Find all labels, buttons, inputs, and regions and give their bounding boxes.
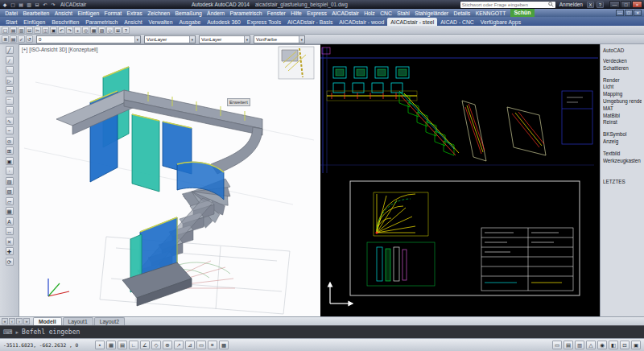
status-toggle-icon[interactable]: ▩ [219, 341, 229, 349]
status-toggle-icon[interactable]: ∟ [129, 341, 138, 349]
draw-tool-icon[interactable]: ✕ [6, 237, 14, 246]
menu-item[interactable]: KENNGOTT [473, 10, 508, 16]
ribbon-tab[interactable]: Parametrisch [82, 18, 121, 26]
panel-item[interactable]: Mapping [603, 91, 642, 98]
qat-icon[interactable]: ▤ [18, 2, 24, 8]
signin-button[interactable]: Anmelden [559, 2, 583, 7]
status-icon[interactable]: ▣ [631, 341, 641, 349]
toolbar-icon[interactable]: ? [122, 27, 130, 34]
menu-item[interactable]: Ansicht [52, 10, 76, 16]
panel-item[interactable]: Werkzeugkasten [603, 158, 642, 165]
ribbon-tab[interactable]: Start [2, 18, 20, 26]
ribbon-tab[interactable]: Verwalten [146, 18, 176, 26]
menu-item[interactable]: Bearbeiten [20, 10, 52, 16]
menu-item[interactable]: CNC [378, 10, 394, 16]
tab-nav-icon[interactable]: » [23, 318, 30, 324]
toolbar-icon[interactable]: + [74, 27, 81, 34]
layout-tab[interactable]: Layout1 [63, 317, 93, 325]
window-button[interactable]: □ [621, 1, 631, 8]
status-icon[interactable]: ▥ [575, 341, 584, 349]
toolbar-icon[interactable]: ▢ [2, 27, 9, 34]
ribbon-tab[interactable]: AICAD - CNC [437, 18, 477, 26]
draw-tool-icon[interactable]: ○ [6, 106, 14, 114]
toolbar-icon[interactable]: ▤ [10, 27, 17, 34]
status-toggle-icon[interactable]: ⊿ [185, 341, 195, 349]
exchange-apps-icon[interactable]: X [587, 2, 594, 8]
draw-tool-icon[interactable]: ⌒ [6, 97, 14, 105]
draw-tool-icon[interactable]: ✚ [6, 247, 14, 255]
doc-window-button[interactable]: × [634, 10, 642, 16]
ribbon-tab[interactable]: Ansicht [121, 18, 145, 26]
toolbar-icon[interactable]: ▥ [18, 27, 25, 34]
draw-tool-icon[interactable]: ▷ [6, 76, 14, 85]
toolbar-icon[interactable]: ◫ [42, 27, 49, 34]
status-icon[interactable]: △ [586, 341, 596, 349]
draw-tool-icon[interactable]: ╱ [6, 46, 14, 54]
menu-item[interactable]: Format [101, 10, 124, 16]
menu-item[interactable]: Stahlgeländer [412, 10, 451, 16]
status-toggle-icon[interactable]: ↗ [174, 341, 184, 349]
toolbar-icon[interactable]: ⊞ [114, 27, 122, 34]
menu-item[interactable]: Details [451, 10, 473, 16]
qat-icon[interactable]: ◆ [2, 2, 8, 8]
draw-tool-icon[interactable]: · [6, 167, 14, 175]
tab-nav-icon[interactable]: ‹ [9, 318, 15, 324]
status-icon[interactable]: ▭ [552, 341, 562, 349]
property-combo[interactable]: VonLayer▾ [199, 35, 250, 43]
layout-tab[interactable]: Modell [33, 317, 62, 325]
property-combo[interactable]: VonFarbe▾ [254, 35, 305, 43]
layer-toolbar-icon[interactable]: ≣ [2, 35, 9, 43]
menu-item[interactable]: Ändern [204, 10, 227, 16]
panel-item[interactable]: Anzeig [603, 138, 642, 146]
status-toggle-icon[interactable]: ▭ [196, 341, 206, 349]
draw-tool-icon[interactable]: ▦ [6, 207, 14, 215]
draw-tool-icon[interactable]: ∕ [6, 56, 14, 64]
menu-item[interactable]: Holz [361, 10, 378, 16]
panel-item[interactable]: Textbild [603, 151, 642, 158]
chevron-down-icon[interactable]: ▾ [134, 36, 140, 43]
draw-tool-icon[interactable]: ⊞ [6, 147, 14, 155]
ribbon-tab[interactable]: Beschriften [48, 18, 82, 26]
status-toggle-icon[interactable]: ∠ [140, 341, 150, 349]
draw-tool-icon[interactable]: ↔ [6, 227, 14, 235]
status-icon[interactable]: ⊡ [620, 341, 630, 349]
toolbar-icon[interactable]: ↶ [58, 27, 65, 34]
panel-item[interactable]: LETZTES [603, 179, 642, 186]
viewport-control[interactable]: [+] [22, 47, 27, 52]
layer-toolbar-icon[interactable]: ✓ [18, 35, 25, 43]
menu-item[interactable]: AICADstair [329, 10, 361, 16]
ribbon-tab[interactable]: Express Tools [244, 18, 284, 26]
window-button[interactable]: — [609, 1, 620, 8]
panel-item[interactable]: Render [603, 77, 642, 85]
ribbon-tab[interactable]: AICADstair - wood [336, 18, 387, 26]
status-toggle-icon[interactable]: ▤ [118, 341, 127, 349]
status-icon[interactable]: ◉ [597, 341, 607, 349]
panel-item[interactable]: Licht [603, 84, 642, 91]
status-toggle-icon[interactable]: ▦ [106, 341, 116, 349]
toolbar-icon[interactable]: ▨ [98, 27, 105, 34]
panel-item[interactable]: Schattieren [603, 65, 642, 72]
toolbar-icon[interactable]: ◎ [82, 27, 89, 34]
ribbon-tab[interactable]: Ausgabe [175, 18, 204, 26]
panel-item[interactable]: Verdecken [603, 58, 642, 65]
ribbon-tab[interactable]: AICADstair - steel [387, 18, 437, 26]
qat-icon[interactable]: ↷ [50, 2, 56, 8]
menu-item[interactable]: Extras [124, 10, 145, 16]
menu-item[interactable]: Datei [2, 10, 20, 16]
workspace-switcher[interactable]: AICADstair [60, 2, 86, 7]
draw-tool-icon[interactable]: ▱ [6, 197, 14, 205]
layer-combo[interactable]: 0 ▾ [36, 35, 141, 43]
qat-icon[interactable]: ▥ [26, 2, 32, 8]
chevron-down-icon[interactable]: ▾ [189, 36, 195, 43]
model-viewport-3d[interactable]: [+][ISO-Ansicht 3D][Konzeptuell] Erweite… [19, 44, 320, 316]
panel-item[interactable]: Umgebung rende [603, 98, 642, 105]
layer-toolbar-icon[interactable]: ▤ [10, 35, 17, 43]
doc-window-button[interactable]: □ [625, 10, 633, 16]
status-icon[interactable]: ▤ [564, 341, 573, 349]
draw-tool-icon[interactable]: ▣ [6, 157, 14, 165]
tab-nav-icon[interactable]: › [16, 318, 23, 324]
window-button[interactable]: × [632, 1, 642, 8]
command-input[interactable]: Befehl eingeben [22, 328, 80, 336]
menu-item[interactable]: Fenster [265, 10, 288, 16]
doc-window-button[interactable]: — [616, 10, 624, 16]
